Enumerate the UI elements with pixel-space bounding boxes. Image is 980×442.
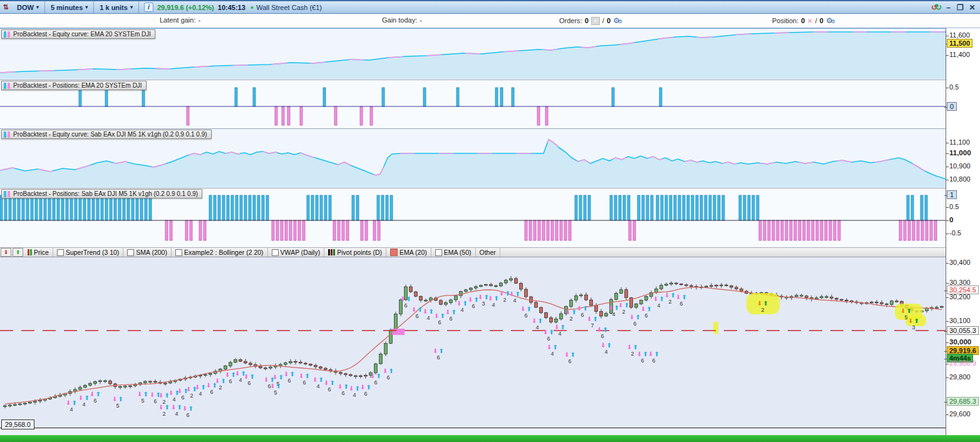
close-position-icon[interactable]: ✕ [807,18,812,24]
legend-item-example2-bollinger-2-20[interactable]: Example2 : Bollinger (2 20) [172,248,268,257]
price-bars-icon [28,249,32,255]
pivot-points-icon [328,249,335,255]
panel-title-equity-sab[interactable]: ProBacktest - Equity curve: Sab EAx DJI … [1,130,212,139]
price-axis[interactable]: 11,60011,50011,4000.5011,10011,00010,900… [946,28,980,435]
gain-today: Gain today:- [382,16,422,24]
refresh-icon[interactable]: ↺↻ [931,3,942,12]
cancel-orders-icon[interactable]: ✕ [591,17,600,25]
axis-label: 1 [947,190,957,199]
axis-label: 30,000 [949,338,971,346]
legend-item-label: EMA (20) [400,249,427,256]
legend-item-label: Example2 : Bollinger (2 20) [184,249,264,256]
axis-label: 11,100 [949,138,970,146]
legend-item-label: SMA (200) [136,249,167,256]
orders-settings-gear-icon[interactable]: ⚙⚙ [613,16,621,25]
timeframe-dropdown[interactable]: 5 minutes ▾ [45,1,94,13]
last-price: 29,919.6 (+0.12%) [157,4,214,11]
axis-label: 29,685.3 [947,397,979,406]
ema20-swatch-icon [390,249,398,256]
checkbox-icon[interactable] [57,249,64,256]
axis-label: 0 [947,102,957,111]
cyan-swatch-icon [4,191,6,197]
market-open-dot-icon: ● [250,4,254,11]
chevron-down-icon: ▾ [36,4,39,10]
trading-platform-window: ⇅ DOW ▾ 5 minutes ▾ 1 k units ▾ i 29,919… [0,0,980,442]
pink-swatch-icon [8,131,10,138]
order-down-button[interactable]: ⬇ [1,248,11,257]
panel-title-label: ProBacktest - Positions: Sab EAx DJI M5 … [13,190,198,197]
orders-status: Orders:0 ✕ /0 ⚙⚙ [559,16,621,25]
legend-item-label: VWAP (Daily) [281,249,321,256]
panel-title-positions-sab[interactable]: ProBacktest - Positions: Sab EAx DJI M5 … [1,189,202,198]
session-low-label: 29,568.0 [1,419,34,429]
cyan-swatch-icon [4,31,6,38]
axis-label: 30,055.3 [947,326,979,335]
cyan-swatch-icon [4,83,6,89]
legend-item-vwap-daily[interactable]: VWAP (Daily) [268,248,325,257]
axis-label: 0.5 [949,83,959,91]
checkbox-icon[interactable] [127,249,134,256]
legend-item-ema-20[interactable]: EMA (20) [386,248,431,257]
legend-item-supertrend-3-10[interactable]: SuperTrend (3 10) [53,248,123,257]
axis-label: 0 [949,216,953,224]
legend-item-ema-50[interactable]: EMA (50) [431,248,476,257]
legend-item-label: SuperTrend (3 10) [66,249,119,256]
axis-label: 29,600 [949,410,971,418]
axis-label: -0.5 [949,229,961,237]
chart-toolbar: ⇅ DOW ▾ 5 minutes ▾ 1 k units ▾ i 29,919… [0,0,980,14]
info-icon[interactable]: i [144,3,153,12]
position-status: Position:0 ✕ /0 ⚙⚙ [772,16,833,25]
checkbox-icon[interactable] [175,249,182,256]
legend-item-sma-200[interactable]: SMA (200) [123,248,172,257]
panel-title-label: ProBacktest - Equity curve: EMA 20 SYSTE… [13,31,151,38]
legend-item-label: Pivot points (D) [337,249,382,256]
axis-label: 10,800 [949,175,971,183]
chevron-down-icon: ▾ [85,4,88,10]
chevron-down-icon: ▾ [130,4,133,10]
units-dropdown[interactable]: 1 k units ▾ [94,1,139,13]
legend-item-pivot-points-d[interactable]: Pivot points (D) [324,248,386,257]
panel-title-positions-ema20[interactable]: ProBacktest - Positions: EMA 20 SYSTEm D… [1,81,147,90]
axis-label: 11,600 [949,31,970,39]
axis-label: 30,200 [949,293,971,301]
quote-time: 10:45:13 [218,4,245,11]
panel-title-label: ProBacktest - Equity curve: Sab EAx DJI … [13,131,207,138]
close-button[interactable]: ✕ [967,3,977,12]
axis-label: 0.5 [949,203,959,210]
panel-title-equity-ema20[interactable]: ProBacktest - Equity curve: EMA 20 SYSTE… [1,29,155,39]
units-label: 1 k units [100,4,128,11]
axis-label: 11,500 [947,39,972,48]
pink-swatch-icon [8,191,10,197]
indicator-legend-bar: ⬇⬆PriceSuperTrend (3 10)SMA (200)Example… [0,247,946,257]
position-settings-gear-icon[interactable]: ⚙⚙ [826,16,833,25]
x-axis-strip [0,428,946,435]
panel-title-label: ProBacktest - Positions: EMA 20 SYSTEm D… [13,82,142,89]
checkbox-icon[interactable] [435,249,442,256]
gain-status-bar: Latent gain:- Gain today:- Orders:0 ✕ /0… [0,14,980,28]
pink-swatch-icon [8,31,10,38]
checkbox-icon[interactable] [272,249,279,256]
axis-label: 10,900 [949,162,971,170]
symbol-label: DOW [17,4,34,11]
axis-label: 29,900.9 [949,359,976,367]
order-up-button[interactable]: ⬆ [13,248,23,257]
latent-gain: Latent gain:- [160,16,200,24]
timeframe-label: 5 minutes [51,4,83,11]
axis-label: 11,000 [949,149,971,157]
minimize-button[interactable]: – [943,3,954,12]
legend-item-label: EMA (50) [444,249,472,256]
market-name: Wall Street Cash (€1) [256,4,322,11]
restore-button[interactable]: ❐ [955,3,966,12]
axis-label: 11,400 [949,51,970,58]
price-chart-canvas[interactable] [0,257,946,428]
pink-swatch-icon [8,83,10,89]
cyan-swatch-icon [4,131,6,138]
symbol-dropdown[interactable]: DOW ▾ [11,1,45,13]
axis-label: 30,100 [949,317,971,324]
legend-item-label: Other [480,249,496,256]
legend-item-price[interactable]: Price [24,248,53,257]
legend-item-other[interactable]: Other [476,248,500,257]
app-icon: ⇅ [0,3,11,11]
legend-item-label: Price [34,249,49,256]
axis-label: 29,800 [949,373,971,381]
